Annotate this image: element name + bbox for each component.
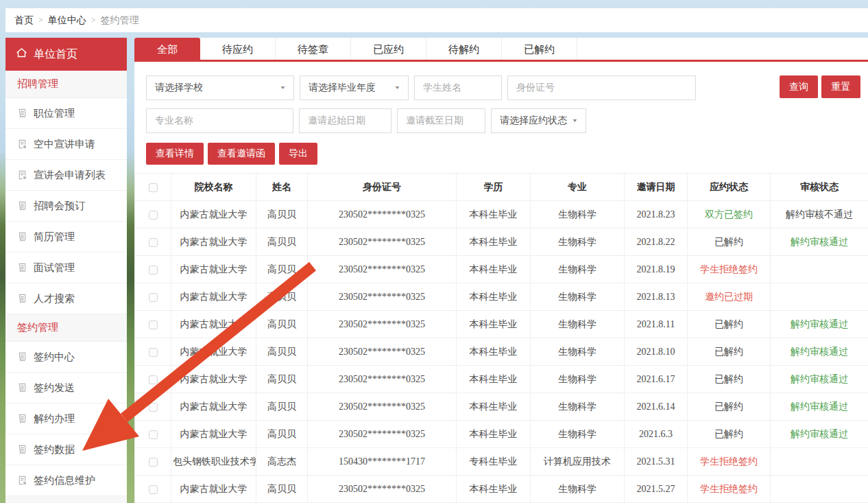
- cell-id-number: 150430********1717: [308, 448, 457, 476]
- tab-pending-seal[interactable]: 待签章: [276, 38, 351, 60]
- row-checkbox[interactable]: [149, 458, 158, 467]
- view-invitation-button[interactable]: 查看邀请函: [208, 143, 275, 165]
- sidebar-header[interactable]: 单位首页: [5, 38, 127, 71]
- sidebar-item-termination-handle[interactable]: 解约办理: [5, 403, 127, 434]
- table-row: 内蒙古就业大学高贝贝230502********0325本科生毕业生物科学202…: [135, 366, 868, 393]
- cell-response-status: 学生拒绝签约: [688, 256, 771, 283]
- cell-invite-date: 2021.5.27: [625, 476, 688, 503]
- cell-id-number: 230502********0325: [308, 229, 457, 256]
- row-checkbox[interactable]: [149, 238, 158, 247]
- doc-lines-icon: [17, 263, 27, 273]
- cell-school: 内蒙古就业大学: [171, 229, 256, 256]
- sidebar-item-job-fair-booking[interactable]: 招聘会预订: [5, 191, 127, 222]
- breadcrumb: 首页 > 单位中心 > 签约管理: [5, 8, 868, 32]
- cell-school: 内蒙古就业大学: [171, 421, 256, 448]
- row-checkbox[interactable]: [149, 403, 158, 412]
- sidebar-item-sign-send[interactable]: 签约发送: [5, 373, 127, 403]
- cell-audit-status: 解约审核通过: [771, 421, 868, 448]
- view-detail-button[interactable]: 查看详情: [146, 143, 204, 165]
- cell-name: 高贝贝: [256, 201, 308, 229]
- cell-audit-status: [771, 448, 868, 476]
- row-checkbox[interactable]: [149, 485, 158, 494]
- row-checkbox-cell: [135, 393, 171, 421]
- cell-major: 计算机应用技术: [531, 448, 625, 476]
- cell-id-number: 230502********0325: [308, 283, 457, 311]
- table-body: 内蒙古就业大学高贝贝230502********0325本科生毕业生物科学202…: [135, 201, 868, 503]
- cell-major: 生物科学: [531, 311, 625, 338]
- cell-invite-date: 2021.8.22: [625, 229, 688, 256]
- tab-pending-response[interactable]: 待应约: [200, 38, 276, 60]
- sidebar-item-label: 人才搜索: [34, 292, 75, 305]
- student-name-input[interactable]: [414, 75, 502, 100]
- cell-major: 生物科学: [531, 338, 625, 366]
- sidebar-item-talent-search[interactable]: 人才搜索: [5, 283, 127, 314]
- sidebar-item-resume-management[interactable]: 简历管理: [5, 222, 127, 253]
- row-checkbox[interactable]: [149, 375, 158, 384]
- table-row: 内蒙古就业大学高贝贝230502********0325本科生毕业生物科学202…: [135, 311, 868, 338]
- row-checkbox[interactable]: [149, 293, 158, 302]
- select-all-checkbox[interactable]: [149, 183, 158, 192]
- col-id-number: 身份证号: [308, 174, 457, 201]
- breadcrumb-home[interactable]: 首页: [14, 14, 34, 27]
- row-checkbox-cell: [135, 201, 171, 229]
- table-row: 内蒙古就业大学高贝贝230502********0325本科生毕业生物科学202…: [135, 201, 868, 229]
- cell-audit-status: 解约审核通过: [771, 366, 868, 393]
- col-education: 学历: [457, 174, 531, 201]
- cell-id-number: 230502********0325: [308, 393, 457, 421]
- chevron-down-icon: ▼: [572, 118, 578, 124]
- sidebar-item-position-management[interactable]: 职位管理: [5, 98, 127, 129]
- tab-pending-termination[interactable]: 待解约: [426, 38, 502, 60]
- row-checkbox[interactable]: [149, 320, 158, 329]
- grad-year-select[interactable]: 请选择毕业年度▼: [300, 75, 409, 100]
- sidebar-item-sign-data[interactable]: 签约数据: [5, 434, 127, 465]
- invite-start-date-input[interactable]: [299, 108, 391, 133]
- cell-name: 高贝贝: [256, 256, 308, 283]
- results-table: 院校名称 姓名 身份证号 学历 专业 邀请日期 应约状态 审核状态 内蒙古就业大…: [134, 173, 868, 503]
- tab-terminated[interactable]: 已解约: [502, 38, 577, 60]
- row-checkbox-cell: [135, 229, 171, 256]
- col-major: 专业: [531, 174, 625, 201]
- breadcrumb-unit-center[interactable]: 单位中心: [48, 14, 86, 27]
- cell-education: 本科生毕业: [457, 311, 531, 338]
- invite-end-date-input[interactable]: [397, 108, 485, 133]
- sidebar-item-sign-center[interactable]: 签约中心: [5, 342, 127, 373]
- cell-id-number: 230502********0325: [308, 201, 457, 229]
- table-row: 内蒙古就业大学高贝贝230502********0325本科生毕业生物科学202…: [135, 421, 868, 448]
- export-button[interactable]: 导出: [279, 143, 317, 165]
- cell-invite-date: 2021.5.31: [625, 448, 688, 476]
- cell-response-status: 已解约: [688, 366, 771, 393]
- cell-education: 本科生毕业: [457, 421, 531, 448]
- id-number-input[interactable]: [507, 75, 696, 100]
- row-checkbox[interactable]: [149, 211, 158, 220]
- doc-edit-icon: [17, 139, 27, 150]
- breadcrumb-separator: >: [38, 15, 43, 25]
- sidebar-item-label: 招聘会预订: [34, 200, 85, 213]
- response-status-select[interactable]: 请选择应约状态▼: [491, 108, 586, 133]
- select-value: 请选择毕业年度: [309, 82, 376, 94]
- reset-button[interactable]: 重置: [821, 75, 860, 98]
- select-value: 请选择应约状态: [500, 115, 567, 127]
- row-checkbox[interactable]: [149, 266, 158, 274]
- sidebar-item-interview-management[interactable]: 面试管理: [5, 253, 127, 283]
- sidebar-item-online-presentation-apply[interactable]: 空中宣讲申请: [5, 129, 127, 160]
- sidebar-item-presentation-apply-list[interactable]: 宣讲会申请列表: [5, 160, 127, 191]
- sidebar-header-label: 单位首页: [34, 47, 77, 62]
- tab-all[interactable]: 全部: [134, 38, 200, 60]
- doc-lines-icon: [17, 294, 27, 304]
- tab-responded[interactable]: 已应约: [351, 38, 426, 60]
- row-checkbox[interactable]: [149, 348, 158, 357]
- cell-invite-date: 2021.8.13: [625, 283, 688, 311]
- search-button[interactable]: 查询: [780, 75, 818, 98]
- cell-response-status: 双方已签约: [688, 201, 771, 229]
- cell-school: 内蒙古就业大学: [171, 476, 256, 503]
- row-checkbox[interactable]: [149, 430, 158, 439]
- cell-major: 生物科学: [531, 393, 625, 421]
- table-row: 包头钢铁职业技术学院高志杰150430********1717专科生毕业计算机应…: [135, 448, 868, 476]
- major-input[interactable]: [146, 108, 293, 133]
- sidebar-item-sign-info-maintain[interactable]: 签约信息维护: [5, 465, 127, 496]
- doc-lines-icon: [17, 201, 27, 211]
- school-select[interactable]: 请选择学校▼: [146, 75, 294, 100]
- doc-lines-icon: [17, 445, 27, 455]
- cell-id-number: 230502********0325: [308, 338, 457, 366]
- cell-major: 生物科学: [531, 201, 625, 229]
